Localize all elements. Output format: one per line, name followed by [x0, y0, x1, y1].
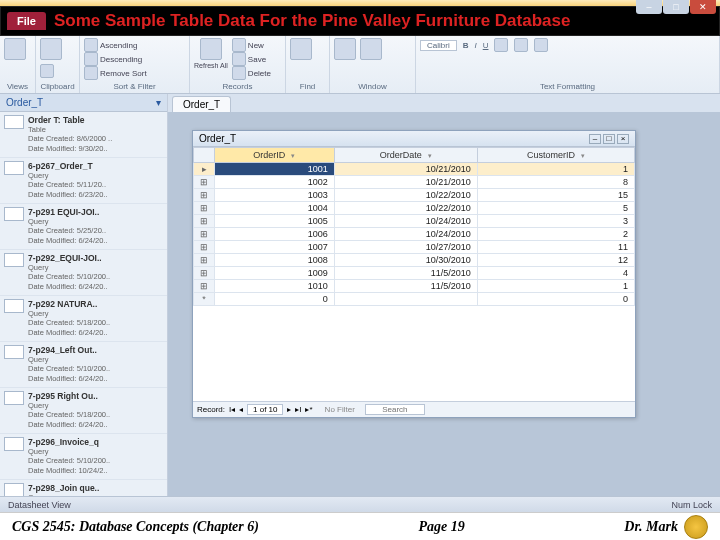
datasheet-subwindow: Order_T –□× OrderID OrderDate CustomerID…: [192, 130, 636, 418]
document-tab[interactable]: Order_T: [172, 96, 231, 112]
nav-item[interactable]: 6-p267_Order_TQueryDate Created: 5/11/20…: [0, 158, 167, 204]
align-left-icon[interactable]: [494, 38, 508, 52]
nav-first-button[interactable]: I◂: [229, 405, 235, 414]
ribbon-group-sortfilter: Sort & Filter: [84, 82, 185, 91]
remove-sort-button[interactable]: Remove Sort: [84, 66, 185, 80]
file-tab[interactable]: File: [7, 12, 46, 30]
slide-title-banner: File Some Sample Table Data For the Pine…: [0, 6, 720, 36]
ucf-logo-icon: [684, 515, 708, 539]
underline-button[interactable]: U: [483, 41, 489, 50]
row-selector[interactable]: ⊞: [194, 189, 215, 202]
nav-new-button[interactable]: ▸*: [305, 405, 312, 414]
table-row[interactable]: ⊞100310/22/201015: [194, 189, 635, 202]
search-box[interactable]: [365, 404, 425, 415]
row-selector[interactable]: ⊞: [194, 176, 215, 189]
size-to-fit-icon[interactable]: [334, 38, 356, 60]
data-table[interactable]: OrderID OrderDate CustomerID ▸100110/21/…: [193, 147, 635, 306]
nav-item[interactable]: 7-p295 Right Ou..QueryDate Created: 5/18…: [0, 388, 167, 434]
nav-item[interactable]: Order T: TableTableDate Created: 8/6/200…: [0, 112, 167, 158]
table-row[interactable]: ⊞100510/24/20103: [194, 215, 635, 228]
numlock-indicator: Num Lock: [671, 500, 712, 510]
new-icon: [232, 38, 246, 52]
row-selector[interactable]: ⊞: [194, 267, 215, 280]
object-icon: [4, 391, 24, 405]
row-selector[interactable]: ⊞: [194, 280, 215, 293]
row-selector[interactable]: ⊞: [194, 241, 215, 254]
nav-item[interactable]: 7-p291 EQUI-JOI..QueryDate Created: 5/25…: [0, 204, 167, 250]
object-icon: [4, 345, 24, 359]
align-center-icon[interactable]: [514, 38, 528, 52]
bold-button[interactable]: B: [463, 41, 469, 50]
record-position[interactable]: [247, 404, 283, 415]
object-icon: [4, 253, 24, 267]
view-icon[interactable]: [4, 38, 26, 60]
nav-last-button[interactable]: ▸I: [295, 405, 301, 414]
sort-ascending-button[interactable]: Ascending: [84, 38, 185, 52]
font-name[interactable]: Calibri: [420, 40, 457, 51]
ribbon-group-window: Window: [334, 82, 411, 91]
table-row[interactable]: ⊞100710/27/201011: [194, 241, 635, 254]
sub-min-button[interactable]: –: [589, 134, 601, 144]
nav-next-button[interactable]: ▸: [287, 405, 291, 414]
table-row[interactable]: ⊞100210/21/20108: [194, 176, 635, 189]
window-minimize-button[interactable]: –: [636, 0, 662, 14]
filter-indicator[interactable]: No Filter: [325, 405, 355, 414]
switch-windows-icon[interactable]: [360, 38, 382, 60]
nav-prev-button[interactable]: ◂: [239, 405, 243, 414]
italic-button[interactable]: I: [474, 41, 476, 50]
nav-item[interactable]: 7-p298_Join que..QueryDate Created: 5/28…: [0, 480, 167, 496]
new-record-button[interactable]: New: [232, 38, 271, 52]
sort-descending-button[interactable]: Descending: [84, 52, 185, 66]
table-row[interactable]: ⊞101011/5/20101: [194, 280, 635, 293]
sort-asc-icon: [84, 38, 98, 52]
row-selector[interactable]: ⊞: [194, 254, 215, 267]
row-selector[interactable]: ⊞: [194, 228, 215, 241]
footer-author: Dr. Mark: [624, 519, 678, 535]
nav-item[interactable]: 7-p294_Left Out..QueryDate Created: 5/10…: [0, 342, 167, 388]
row-selector[interactable]: ▸: [194, 163, 215, 176]
paste-icon[interactable]: [40, 38, 62, 60]
col-orderdate[interactable]: OrderDate: [334, 148, 477, 163]
ribbon: Views Clipboard Ascending Descending Rem…: [0, 36, 720, 94]
find-icon[interactable]: [290, 38, 312, 60]
remove-sort-icon: [84, 66, 98, 80]
new-row[interactable]: *00: [194, 293, 635, 306]
sub-max-button[interactable]: □: [603, 134, 615, 144]
delete-icon: [232, 66, 246, 80]
table-row[interactable]: ⊞100410/22/20105: [194, 202, 635, 215]
window-titlebar: – □ ✕: [0, 0, 720, 6]
footer-left: CGS 2545: Database Concepts (Chapter 6): [12, 519, 259, 535]
footer-page: Page 19: [419, 519, 465, 535]
col-customerid[interactable]: CustomerID: [477, 148, 634, 163]
window-close-button[interactable]: ✕: [690, 0, 716, 14]
align-right-icon[interactable]: [534, 38, 548, 52]
object-icon: [4, 207, 24, 221]
ribbon-group-clipboard: Clipboard: [40, 82, 75, 91]
col-orderid[interactable]: OrderID: [215, 148, 335, 163]
chevron-down-icon[interactable]: ▾: [156, 97, 161, 108]
delete-button[interactable]: Delete: [232, 66, 271, 80]
view-mode-label: Datasheet View: [8, 500, 71, 510]
row-selector[interactable]: ⊞: [194, 202, 215, 215]
ribbon-group-textformat: Text Formatting: [420, 82, 715, 91]
ribbon-group-records: Records: [194, 82, 281, 91]
cut-icon[interactable]: [40, 64, 54, 78]
save-icon: [232, 52, 246, 66]
nav-item[interactable]: 7-p292 NATURA..QueryDate Created: 5/18/2…: [0, 296, 167, 342]
table-row[interactable]: ▸100110/21/20101: [194, 163, 635, 176]
object-icon: [4, 483, 24, 496]
subwindow-title: Order_T: [199, 133, 236, 144]
sub-close-button[interactable]: ×: [617, 134, 629, 144]
nav-header[interactable]: Order_T▾: [0, 94, 167, 112]
table-row[interactable]: ⊞100810/30/201012: [194, 254, 635, 267]
window-maximize-button[interactable]: □: [663, 0, 689, 14]
row-selector[interactable]: ⊞: [194, 215, 215, 228]
table-row[interactable]: ⊞100911/5/20104: [194, 267, 635, 280]
row-selector-header[interactable]: [194, 148, 215, 163]
ribbon-group-find: Find: [290, 82, 325, 91]
table-row[interactable]: ⊞100610/24/20102: [194, 228, 635, 241]
refresh-icon[interactable]: [200, 38, 222, 60]
nav-item[interactable]: 7-p292_EQUI-JOI..QueryDate Created: 5/10…: [0, 250, 167, 296]
save-button[interactable]: Save: [232, 52, 271, 66]
nav-item[interactable]: 7-p296_Invoice_qQueryDate Created: 5/10/…: [0, 434, 167, 480]
